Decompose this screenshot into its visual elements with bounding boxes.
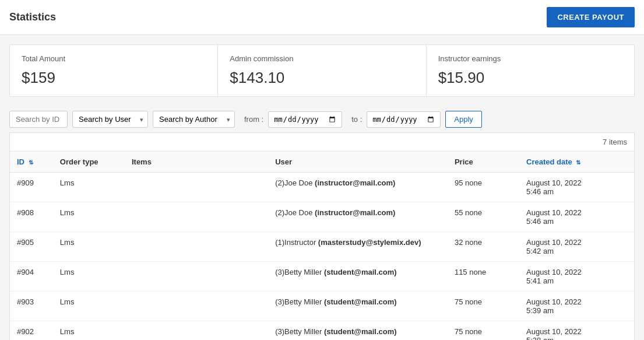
th-items: Items [125,152,268,173]
date-sort-icon: ⇅ [576,159,580,166]
cell-date: August 10, 20225:46 am [519,173,634,202]
cell-user: (3)Betty Miller (student@mail.com) [268,292,448,321]
cell-date: August 10, 20225:41 am [519,262,634,292]
stat-value: $159 [22,69,206,87]
table-wrapper: 7 items ID ⇅ Order type Items User Price… [9,132,635,340]
orders-table: ID ⇅ Order type Items User Price Created… [10,152,634,340]
cell-items [125,202,268,232]
stat-card: Admin commission$143.10 [218,45,426,96]
apply-button[interactable]: Apply [445,111,482,128]
time-value: 5:39 am [526,306,627,315]
page-wrapper: Statistics CREATE PAYOUT Total Amount$15… [0,0,644,340]
page-title: Statistics [9,11,56,23]
time-value: 5:46 am [526,217,627,226]
cell-items [125,321,268,341]
cell-date: August 10, 20225:42 am [519,232,634,262]
cell-price: 115 none [448,262,519,292]
stat-card: Instructor earnings$15.90 [427,45,634,96]
cell-date: August 10, 20225:38 am [519,321,634,341]
cell-user: (1)Instructor (masterstudy@stylemix.dev) [268,232,448,262]
time-value: 5:38 am [526,336,627,340]
cell-id: #905 [10,232,53,262]
cell-price: 32 none [448,232,519,262]
cell-user: (2)Joe Doe (instructor@mail.com) [268,202,448,232]
cell-user: (3)Betty Miller (student@mail.com) [268,262,448,292]
cell-user-email: (student@mail.com) [324,297,397,306]
from-label: from : [244,115,263,124]
cell-items [125,232,268,262]
cell-date: August 10, 20225:46 am [519,202,634,232]
cell-price: 75 none [448,321,519,341]
cell-order-type: Lms [53,262,125,292]
stat-label: Instructor earnings [438,54,622,63]
search-author-select[interactable]: Search by Author [153,111,235,128]
search-user-select[interactable]: Search by User [72,111,148,128]
stat-value: $15.90 [438,69,622,87]
table-row: #902 Lms (3)Betty Miller (student@mail.c… [10,321,634,341]
cell-order-type: Lms [53,321,125,341]
date-value: August 10, 2022 [526,208,627,217]
table-row: #903 Lms (3)Betty Miller (student@mail.c… [10,292,634,321]
filters-row: Search by User Search by Author from : t… [0,106,644,132]
id-sort-icon: ⇅ [29,159,33,166]
cell-order-type: Lms [53,202,125,232]
table-row: #908 Lms (2)Joe Doe (instructor@mail.com… [10,202,634,232]
cell-price: 95 none [448,173,519,202]
stat-value: $143.10 [230,69,414,87]
time-value: 5:46 am [526,187,627,196]
cell-user-email: (instructor@mail.com) [315,178,395,187]
th-order-type: Order type [53,152,125,173]
date-value: August 10, 2022 [526,178,627,187]
cell-user-email: (student@mail.com) [324,327,397,336]
page-header: Statistics CREATE PAYOUT [0,0,644,35]
stat-card: Total Amount$159 [10,45,218,96]
cell-user-email: (instructor@mail.com) [315,208,395,217]
date-value: August 10, 2022 [526,238,627,247]
cell-price: 75 none [448,292,519,321]
cell-order-type: Lms [53,232,125,262]
search-user-wrapper: Search by User [72,111,148,128]
items-count: 7 items [10,133,634,152]
cell-items [125,262,268,292]
cell-items [125,173,268,202]
cell-items [125,292,268,321]
cell-user: (3)Betty Miller (student@mail.com) [268,321,448,341]
time-value: 5:42 am [526,247,627,255]
cell-order-type: Lms [53,292,125,321]
to-label: to : [351,115,362,124]
cell-id: #908 [10,202,53,232]
th-user: User [268,152,448,173]
cell-user-email: (masterstudy@stylemix.dev) [318,238,421,247]
search-author-wrapper: Search by Author [153,111,235,128]
stats-row: Total Amount$159Admin commission$143.10I… [9,44,635,97]
cell-id: #903 [10,292,53,321]
time-value: 5:41 am [526,276,627,285]
table-row: #904 Lms (3)Betty Miller (student@mail.c… [10,262,634,292]
create-payout-button[interactable]: CREATE PAYOUT [547,7,635,27]
stat-label: Total Amount [22,54,206,63]
cell-id: #909 [10,173,53,202]
from-date-input[interactable] [268,111,342,128]
to-date-input[interactable] [367,111,441,128]
th-created-date[interactable]: Created date ⇅ [519,152,634,173]
cell-id: #904 [10,262,53,292]
date-value: August 10, 2022 [526,327,627,336]
search-id-input[interactable] [9,111,68,128]
cell-date: August 10, 20225:39 am [519,292,634,321]
stat-label: Admin commission [230,54,414,63]
table-head: ID ⇅ Order type Items User Price Created… [10,152,634,173]
table-body: #909 Lms (2)Joe Doe (instructor@mail.com… [10,173,634,341]
th-price: Price [448,152,519,173]
table-row: #905 Lms (1)Instructor (masterstudy@styl… [10,232,634,262]
table-row: #909 Lms (2)Joe Doe (instructor@mail.com… [10,173,634,202]
th-id[interactable]: ID ⇅ [10,152,53,173]
cell-order-type: Lms [53,173,125,202]
cell-user: (2)Joe Doe (instructor@mail.com) [268,173,448,202]
date-value: August 10, 2022 [526,297,627,306]
date-value: August 10, 2022 [526,268,627,276]
cell-user-email: (student@mail.com) [324,268,397,276]
cell-price: 55 none [448,202,519,232]
cell-id: #902 [10,321,53,341]
